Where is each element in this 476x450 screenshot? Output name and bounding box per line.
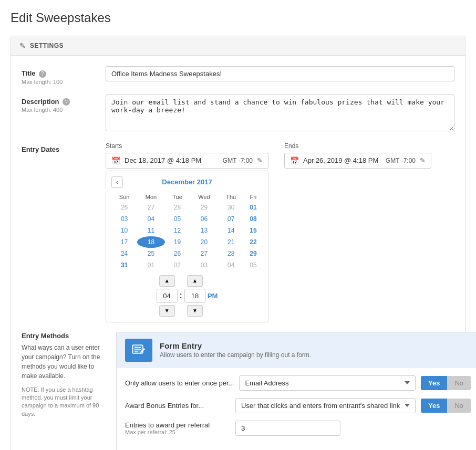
cal-day[interactable]: 10 <box>111 225 137 236</box>
cal-day[interactable]: 05 <box>165 213 190 225</box>
cal-day[interactable]: 28 <box>219 248 244 259</box>
form-entry-card: Form Entry Allow users to enter the camp… <box>116 332 476 451</box>
cal-day-selected[interactable]: 18 <box>137 236 165 248</box>
entry-methods-desc: What ways can a user enter your campaign… <box>22 343 106 381</box>
cal-day[interactable]: 05 <box>244 259 263 271</box>
cal-day[interactable]: 11 <box>137 225 165 236</box>
cal-day[interactable]: 25 <box>137 248 165 259</box>
cal-day[interactable]: 29 <box>244 248 263 259</box>
title-help-icon[interactable]: ? <box>39 70 46 78</box>
once-per-no-btn[interactable]: No <box>447 376 471 390</box>
starts-date-text: Dec 18, 2017 @ 4:18 PM <box>125 156 219 164</box>
description-help-icon[interactable]: ? <box>63 98 70 106</box>
cal-day[interactable]: 26 <box>111 202 137 213</box>
min-up-btn[interactable]: ▲ <box>187 275 203 287</box>
ampm-toggle[interactable]: PM <box>208 292 218 300</box>
once-per-select[interactable]: Email Address IP Address Cookie <box>239 375 416 391</box>
title-max-label: Max length: 100 <box>22 79 106 85</box>
cal-day[interactable]: 14 <box>219 225 244 236</box>
form-entry-subtitle: Allow users to enter the campaign by fil… <box>160 351 311 359</box>
cal-day[interactable]: 03 <box>111 213 137 225</box>
cal-day[interactable]: 29 <box>190 202 219 213</box>
starts-edit-icon[interactable]: ✎ <box>257 156 263 164</box>
form-entry-icon <box>125 339 152 362</box>
cal-day[interactable]: 04 <box>137 213 165 225</box>
cal-day[interactable]: 31 <box>111 259 137 271</box>
section-header: ✎ SETTINGS <box>11 36 465 56</box>
entry-methods-note: NOTE: If you use a hashtag method, you m… <box>22 386 106 418</box>
cal-day[interactable]: 04 <box>219 259 244 271</box>
ends-edit-icon[interactable]: ✎ <box>420 156 426 164</box>
hour-up-btn[interactable]: ▲ <box>159 275 175 287</box>
title-row: Title ? Max length: 100 <box>22 66 454 85</box>
cal-day[interactable]: 02 <box>165 259 190 271</box>
cal-header-sun: Sun <box>111 192 137 202</box>
bonus-select[interactable]: User that clicks and enters from entrant… <box>235 398 416 413</box>
bonus-label: Award Bonus Entries for... <box>125 402 230 410</box>
cal-day[interactable]: 27 <box>190 248 219 259</box>
bonus-yes-btn[interactable]: Yes <box>421 399 447 413</box>
cal-day[interactable]: 22 <box>244 236 263 248</box>
cal-day[interactable]: 08 <box>244 213 263 225</box>
cal-day[interactable]: 03 <box>190 259 219 271</box>
cal-day[interactable]: 15 <box>244 225 263 236</box>
starts-label: Starts <box>106 142 268 150</box>
title-label-col: Title ? Max length: 100 <box>22 66 106 85</box>
settings-icon: ✎ <box>19 41 26 50</box>
cal-day[interactable]: 01 <box>137 259 165 271</box>
cal-time-picker: ▲ 04 ▼ : ▲ 18 ▼ PM <box>111 275 263 317</box>
cal-day[interactable]: 01 <box>244 202 263 213</box>
hour-arrows: ▲ 04 ▼ <box>157 275 178 317</box>
ends-label: Ends <box>284 142 431 150</box>
cal-day[interactable]: 20 <box>190 236 219 248</box>
min-down-btn[interactable]: ▼ <box>187 305 203 317</box>
description-control-col <box>106 95 454 133</box>
description-max-label: Max length: 400 <box>22 107 106 113</box>
hour-box[interactable]: 04 <box>157 289 178 303</box>
entry-methods-control-col: Form Entry Allow users to enter the camp… <box>116 332 476 451</box>
section-header-title: SETTINGS <box>30 42 64 49</box>
form-entry-header: Form Entry Allow users to enter the camp… <box>117 332 476 368</box>
title-input[interactable] <box>106 66 454 81</box>
cal-header-tue: Tue <box>165 192 190 202</box>
referral-input[interactable] <box>235 421 340 436</box>
cal-header-fri: Fri <box>244 192 263 202</box>
time-colon: : <box>180 291 182 300</box>
once-per-yes-btn[interactable]: Yes <box>421 376 447 390</box>
starts-gmt-text: GMT -7:00 <box>223 157 253 164</box>
cal-day[interactable]: 19 <box>165 236 190 248</box>
cal-day[interactable]: 06 <box>190 213 219 225</box>
entry-methods-label-col: Entry Methods What ways can a user enter… <box>22 332 106 451</box>
section-body: Title ? Max length: 100 Description ? Ma… <box>11 56 465 450</box>
cal-day[interactable]: 07 <box>219 213 244 225</box>
cal-day[interactable]: 28 <box>165 202 190 213</box>
cal-day[interactable]: 26 <box>165 248 190 259</box>
cal-header-wed: Wed <box>190 192 219 202</box>
cal-nav: ‹ December 2017 › <box>111 176 263 188</box>
hour-down-btn[interactable]: ▼ <box>159 305 175 317</box>
ends-date-text: Apr 26, 2019 @ 4:18 PM <box>303 156 381 164</box>
ends-input-box[interactable]: 📅 Apr 26, 2019 @ 4:18 PM GMT -7:00 ✎ <box>284 153 431 169</box>
cal-day[interactable]: 13 <box>190 225 219 236</box>
calendar-grid: Sun Mon Tue Wed Thu Fri 26 <box>111 192 263 271</box>
starts-input-box[interactable]: 📅 Dec 18, 2017 @ 4:18 PM GMT -7:00 ✎ <box>106 153 268 169</box>
ends-section: Ends 📅 Apr 26, 2019 @ 4:18 PM GMT -7:00 … <box>284 142 431 322</box>
once-per-toggle: Yes No <box>421 376 471 390</box>
entry-methods-label: Entry Methods <box>22 332 106 340</box>
cal-day[interactable]: 24 <box>111 248 137 259</box>
cal-day[interactable]: 30 <box>219 202 244 213</box>
description-row: Description ? Max length: 400 <box>22 95 454 133</box>
description-label-col: Description ? Max length: 400 <box>22 95 106 133</box>
title-control-col <box>106 66 454 85</box>
min-box[interactable]: 18 <box>184 289 205 303</box>
bonus-no-btn[interactable]: No <box>447 399 471 413</box>
cal-day[interactable]: 12 <box>165 225 190 236</box>
referral-label-group: Entries to award per referral Max per re… <box>125 421 230 435</box>
description-input[interactable] <box>106 95 454 131</box>
cal-day[interactable]: 27 <box>137 202 165 213</box>
description-label: Description <box>22 98 59 106</box>
cal-prev-btn[interactable]: ‹ <box>111 176 123 188</box>
cal-day[interactable]: 21 <box>219 236 244 248</box>
cal-day[interactable]: 17 <box>111 236 137 248</box>
settings-card: ✎ SETTINGS Title ? Max length: 100 Descr… <box>11 36 465 450</box>
